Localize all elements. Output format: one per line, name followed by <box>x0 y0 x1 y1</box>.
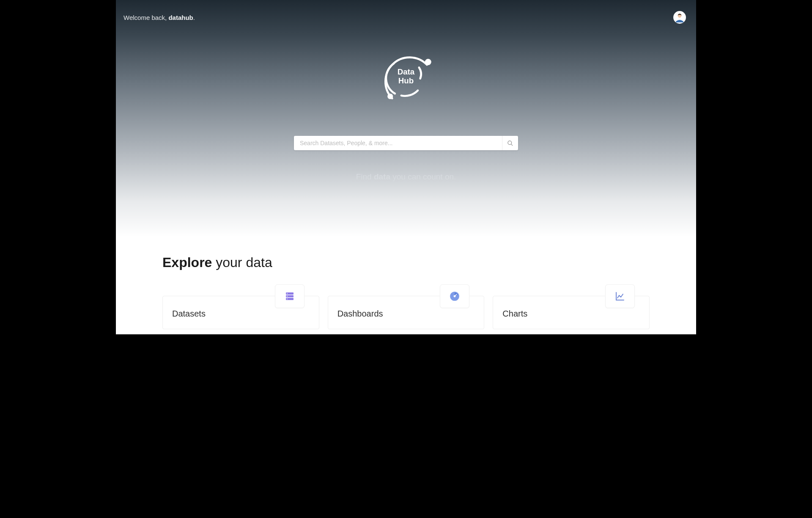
tagline: Find data you can count on. <box>356 172 456 182</box>
welcome-message: Welcome back, datahub. <box>123 14 195 21</box>
card-icon-badge <box>440 284 469 308</box>
card-icon-badge <box>275 284 304 308</box>
tagline-prefix: Find <box>356 172 374 181</box>
search-bar <box>294 136 518 150</box>
dashboards-icon <box>449 291 460 302</box>
welcome-suffix: . <box>193 14 195 21</box>
tagline-emph: data <box>374 172 390 181</box>
svg-text:Hub: Hub <box>398 76 414 85</box>
explore-cards-row: Datasets Dashboards <box>162 296 650 329</box>
svg-line-8 <box>511 144 513 146</box>
explore-heading-bold: Explore <box>162 255 212 270</box>
card-datasets[interactable]: Datasets <box>162 296 319 329</box>
top-bar: Welcome back, datahub. <box>116 0 696 24</box>
welcome-username: datahub <box>168 14 193 21</box>
svg-point-14 <box>287 299 288 300</box>
explore-heading: Explore your data <box>162 255 650 270</box>
tagline-suffix: you can count on. <box>390 172 456 181</box>
datasets-icon <box>285 291 295 301</box>
search-icon <box>507 140 513 146</box>
svg-point-7 <box>508 141 512 144</box>
app-frame: Welcome back, datahub. <box>116 0 696 334</box>
search-input[interactable] <box>294 136 502 150</box>
card-title: Datasets <box>172 309 310 319</box>
avatar-icon <box>675 12 685 22</box>
svg-point-3 <box>425 59 431 65</box>
card-dashboards[interactable]: Dashboards <box>328 296 485 329</box>
explore-section: Explore your data Datasets <box>116 237 696 329</box>
search-button[interactable] <box>502 136 518 150</box>
card-icon-badge <box>605 284 635 308</box>
explore-heading-rest: your data <box>212 255 272 270</box>
card-charts[interactable]: Charts <box>493 296 650 329</box>
svg-point-13 <box>287 296 288 297</box>
card-title: Dashboards <box>337 309 475 319</box>
card-title: Charts <box>502 309 640 319</box>
charts-icon <box>615 291 625 301</box>
svg-point-4 <box>387 94 393 99</box>
svg-point-12 <box>287 293 288 294</box>
logo: Data Hub <box>374 47 438 106</box>
welcome-prefix: Welcome back, <box>123 14 168 21</box>
datahub-logo-icon: Data Hub <box>374 47 438 106</box>
svg-text:Data: Data <box>398 67 415 76</box>
hero-section: Welcome back, datahub. <box>116 0 696 237</box>
user-avatar[interactable] <box>673 11 686 24</box>
